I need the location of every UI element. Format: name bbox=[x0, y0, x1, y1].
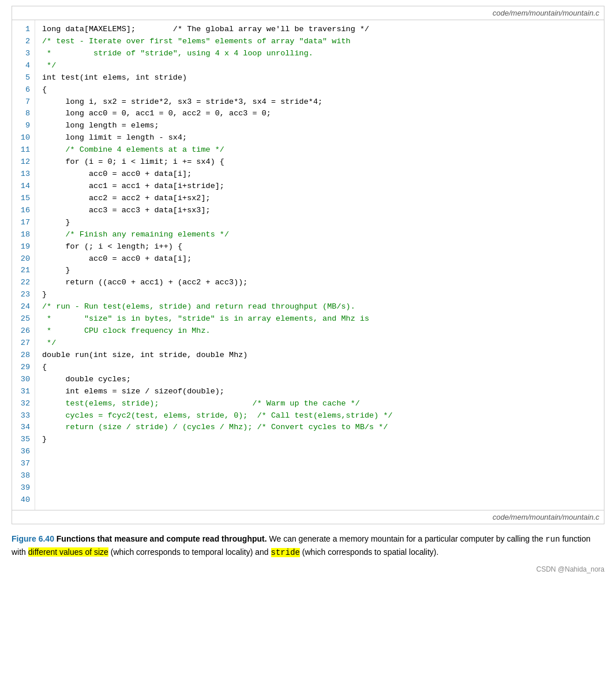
code-line: } bbox=[42, 289, 597, 301]
figure-caption: Figure 6.40 Functions that measure and c… bbox=[12, 532, 604, 559]
code-line: acc1 = acc1 + data[i+stride]; bbox=[42, 181, 597, 193]
code-line: return (size / stride) / (cycles / Mhz);… bbox=[42, 422, 597, 434]
code-line: test(elems, stride); /* Warm up the cach… bbox=[42, 398, 597, 410]
code-line: long i, sx2 = stride*2, sx3 = stride*3, … bbox=[42, 96, 597, 108]
code-line: acc0 = acc0 + data[i]; bbox=[42, 253, 597, 265]
code-line: long length = elems; bbox=[42, 120, 597, 132]
code-line: */ bbox=[42, 60, 597, 72]
code-line: int test(int elems, int stride) bbox=[42, 72, 597, 84]
code-line: for (i = 0; i < limit; i += sx4) { bbox=[42, 156, 597, 168]
size-highlight: different values of size bbox=[28, 547, 108, 557]
figure-label: Figure 6.40 bbox=[12, 534, 57, 543]
stride-highlight: stride bbox=[271, 548, 300, 557]
code-line: } bbox=[42, 217, 597, 229]
code-container: code/mem/mountain/mountain.c 12345678910… bbox=[12, 6, 604, 524]
code-line: return ((acc0 + acc1) + (acc2 + acc3)); bbox=[42, 277, 597, 289]
code-line: long acc0 = 0, acc1 = 0, acc2 = 0, acc3 … bbox=[42, 108, 597, 120]
code-line: acc3 = acc3 + data[i+sx3]; bbox=[42, 205, 597, 217]
code-line: cycles = fcyc2(test, elems, stride, 0); … bbox=[42, 410, 597, 422]
caption-text1: We can generate a memory mountain for a … bbox=[267, 534, 546, 543]
run-code: run bbox=[546, 535, 560, 544]
code-line: * stride of "stride", using 4 x 4 loop u… bbox=[42, 48, 597, 60]
code-content: long data[MAXELEMS]; /* The global array… bbox=[35, 20, 604, 510]
code-line: for (; i < length; i++) { bbox=[42, 241, 597, 253]
caption-text3: (which corresponds to temporal locality)… bbox=[108, 547, 271, 557]
code-line: /* test - Iterate over first "elems" ele… bbox=[42, 36, 597, 48]
code-line: acc2 = acc2 + data[i+sx2]; bbox=[42, 193, 597, 205]
code-header: code/mem/mountain/mountain.c bbox=[12, 6, 604, 20]
code-footer: code/mem/mountain/mountain.c bbox=[12, 510, 604, 524]
code-line: { bbox=[42, 84, 597, 96]
code-line: { bbox=[42, 362, 597, 374]
caption-text4: (which corresponds to spatial locality). bbox=[300, 547, 438, 557]
code-line: /* Finish any remaining elements */ bbox=[42, 229, 597, 241]
code-line: long data[MAXELEMS]; /* The global array… bbox=[42, 24, 597, 36]
csdn-watermark: CSDN @Nahida_nora bbox=[0, 565, 604, 573]
code-line: * "size" is in bytes, "stride" is in arr… bbox=[42, 313, 597, 325]
code-line: } bbox=[42, 265, 597, 277]
code-line: } bbox=[42, 434, 597, 446]
code-line: /* run - Run test(elems, stride) and ret… bbox=[42, 301, 597, 313]
code-line: double run(int size, int stride, double … bbox=[42, 350, 597, 362]
code-line: /* Combine 4 elements at a time */ bbox=[42, 144, 597, 156]
code-line: double cycles; bbox=[42, 374, 597, 386]
code-line: * CPU clock frequency in Mhz. bbox=[42, 325, 597, 337]
code-line: long limit = length - sx4; bbox=[42, 132, 597, 144]
code-line: */ bbox=[42, 337, 597, 350]
line-numbers: 1234567891011121314151617181920212223242… bbox=[12, 20, 35, 510]
code-line: int elems = size / sizeof(double); bbox=[42, 386, 597, 398]
code-line: acc0 = acc0 + data[i]; bbox=[42, 168, 597, 181]
figure-title: Functions that measure and compute read … bbox=[57, 534, 267, 543]
